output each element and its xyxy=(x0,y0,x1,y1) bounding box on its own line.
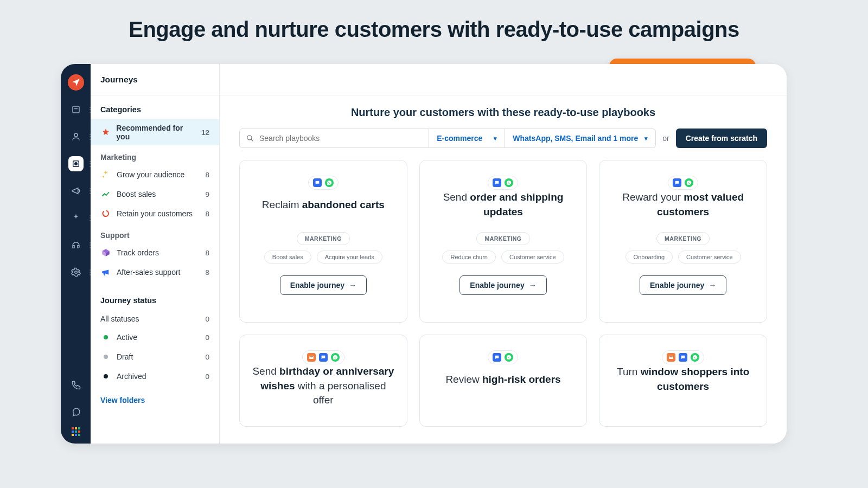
card-title: Review high-risk orders xyxy=(445,364,560,395)
sidebar-item-retain[interactable]: Retain your customers 8 xyxy=(91,204,219,223)
kebab-icon[interactable]: ⋮ xyxy=(86,163,88,165)
kebab-icon[interactable]: ⋮ xyxy=(86,190,88,192)
channel-icons xyxy=(668,176,698,190)
nav-sparkle-icon[interactable] xyxy=(68,210,84,226)
app-window: ⋮ ⋮ ⋮ ⋮ ⋮ ⋮ ⋮ Journeys Categories Recomm… xyxy=(61,64,787,444)
sidebar-item-label: Archived xyxy=(117,372,146,381)
nav-campaigns-icon[interactable] xyxy=(68,183,84,198)
sidebar-item-label: All statuses xyxy=(100,314,139,323)
sidebar-item-grow[interactable]: Grow your audience 8 xyxy=(91,165,219,184)
channel-icons xyxy=(488,350,518,364)
svg-point-3 xyxy=(74,163,77,165)
sidebar-status-archived[interactable]: Archived 0 xyxy=(91,367,219,386)
sparkle-icon xyxy=(100,169,111,180)
app-switcher-icon[interactable] xyxy=(72,427,80,436)
sidebar-item-label: Grow your audience xyxy=(117,170,184,179)
select-value: E-commerce xyxy=(437,134,482,143)
arrow-right-icon: → xyxy=(709,281,716,290)
svg-rect-0 xyxy=(73,106,79,113)
whatsapp-icon xyxy=(505,353,513,362)
enable-journey-button[interactable]: Enable journey → xyxy=(640,275,726,295)
nav-support-icon[interactable] xyxy=(68,237,84,253)
playbook-card[interactable]: Review high-risk orders xyxy=(419,335,588,427)
card-tag: Reduce churn xyxy=(442,251,496,264)
status-dot-icon xyxy=(100,371,111,382)
nav-settings-icon[interactable] xyxy=(68,265,84,280)
search-input[interactable] xyxy=(259,134,422,143)
nav-contacts-icon[interactable] xyxy=(68,129,84,144)
sidebar-status-draft[interactable]: Draft 0 xyxy=(91,347,219,367)
sidebar-status-active[interactable]: Active 0 xyxy=(91,328,219,347)
playbook-card[interactable]: Turn window shoppers into customers xyxy=(599,335,767,427)
sidebar-item-count: 0 xyxy=(205,373,209,381)
sidebar-item-track[interactable]: Track orders 8 xyxy=(91,243,219,262)
playbook-card[interactable]: Send order and shipping updatesMARKETING… xyxy=(419,160,588,323)
sms-icon xyxy=(679,353,687,362)
kebab-icon[interactable]: ⋮ xyxy=(86,244,88,246)
whatsapp-icon xyxy=(685,178,693,187)
card-tag: Acquire your leads xyxy=(317,251,382,264)
sidebar-item-count: 0 xyxy=(205,333,209,342)
card-category-tag: MARKETING xyxy=(297,232,350,245)
arrow-right-icon: → xyxy=(349,281,356,290)
card-tag: Onboarding xyxy=(626,251,673,264)
create-from-scratch-button[interactable]: Create from scratch xyxy=(676,129,767,148)
industry-select[interactable]: E-commerce ▾ xyxy=(429,129,505,148)
card-tags: MARKETINGOnboardingCustomer service xyxy=(626,232,741,266)
sidebar-item-count: 8 xyxy=(205,249,209,257)
chevron-down-icon: ▾ xyxy=(644,135,648,142)
nav-journeys-icon[interactable] xyxy=(68,156,84,171)
sms-icon xyxy=(319,353,328,362)
sidebar-item-aftersales[interactable]: After-sales support 8 xyxy=(91,262,219,282)
enable-journey-button[interactable]: Enable journey → xyxy=(459,275,546,295)
playbook-card[interactable]: Send birthday or anniversary wishes with… xyxy=(239,335,407,427)
kebab-icon[interactable]: ⋮ xyxy=(86,217,88,219)
support-heading: Support xyxy=(91,223,219,243)
playbook-card[interactable]: Reclaim abandoned cartsMARKETINGBoost sa… xyxy=(239,160,407,323)
view-folders-link[interactable]: View folders xyxy=(91,386,219,414)
nav-phone-icon[interactable] xyxy=(68,377,84,393)
kebab-icon[interactable]: ⋮ xyxy=(86,108,88,111)
email-icon xyxy=(667,353,675,362)
kebab-icon[interactable]: ⋮ xyxy=(86,271,88,273)
page-title: Nurture your customers with these ready-… xyxy=(239,106,767,119)
brand-icon[interactable] xyxy=(68,74,84,91)
sidebar-item-count: 8 xyxy=(205,171,209,179)
kebab-icon[interactable]: ⋮ xyxy=(86,136,88,138)
sidebar-item-recommended[interactable]: Recommended for you 12 xyxy=(91,119,219,145)
sidebar-item-count: 8 xyxy=(205,210,209,218)
playbook-card[interactable]: Reward your most valued customersMARKETI… xyxy=(599,160,767,323)
marketing-heading: Marketing xyxy=(91,145,219,165)
hero-title: Engage and nurture customers with ready-… xyxy=(0,0,868,52)
or-label: or xyxy=(656,134,675,143)
card-title: Turn window shoppers into customers xyxy=(611,364,755,395)
retain-icon xyxy=(100,208,111,219)
status-dot-icon xyxy=(100,332,111,343)
card-category-tag: MARKETING xyxy=(476,232,529,245)
breadcrumb: Journeys xyxy=(91,64,219,95)
card-title: Reclaim abandoned carts xyxy=(262,190,385,220)
nav-chat-icon[interactable] xyxy=(68,404,84,420)
svg-point-4 xyxy=(74,271,77,274)
sidebar-status-all[interactable]: All statuses 0 xyxy=(91,310,219,328)
search-input-wrap[interactable] xyxy=(239,129,429,148)
sidebar-item-label: Track orders xyxy=(117,248,159,257)
sms-icon xyxy=(493,353,501,362)
whatsapp-icon xyxy=(505,178,513,187)
channels-select[interactable]: WhatsApp, SMS, Email and 1 more ▾ xyxy=(505,129,656,148)
sidebar-item-label: Retain your customers xyxy=(117,209,193,218)
sidebar-item-count: 0 xyxy=(205,315,209,323)
sms-icon xyxy=(673,178,681,187)
sms-icon xyxy=(313,178,322,187)
sidebar-item-boost[interactable]: Boost sales 9 xyxy=(91,184,219,204)
arrow-right-icon: → xyxy=(529,281,537,290)
whatsapp-icon xyxy=(331,353,340,362)
card-tags: MARKETINGReduce churnCustomer service xyxy=(442,232,564,266)
channel-icons xyxy=(302,350,344,364)
sidebar-item-count: 12 xyxy=(201,129,209,137)
nav-inbox-icon[interactable] xyxy=(68,102,84,117)
enable-journey-button[interactable]: Enable journey → xyxy=(280,275,367,295)
sidebar: Journeys Categories Recommended for you … xyxy=(91,64,220,444)
filter-bar: E-commerce ▾ WhatsApp, SMS, Email and 1 … xyxy=(239,129,767,148)
sidebar-item-label: Active xyxy=(117,333,137,342)
